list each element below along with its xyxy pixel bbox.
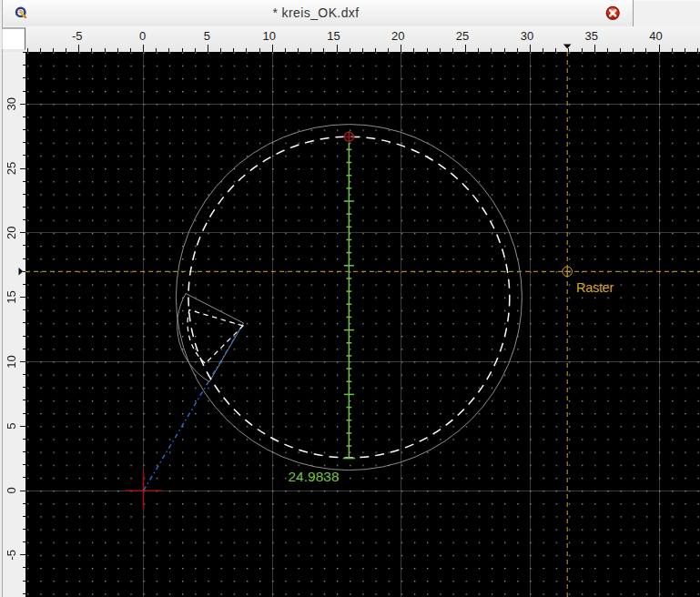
svg-text:15: 15 <box>327 29 340 43</box>
svg-text:5: 5 <box>204 29 210 43</box>
svg-text:Raster: Raster <box>576 280 614 295</box>
svg-text:25: 25 <box>456 29 469 43</box>
svg-text:24.9838: 24.9838 <box>289 469 340 484</box>
svg-text:0: 0 <box>139 29 146 43</box>
svg-text:40: 40 <box>649 29 662 43</box>
svg-text:-5: -5 <box>72 29 83 43</box>
svg-text:0: 0 <box>5 487 18 493</box>
svg-text:* kreis_OK.dxf: * kreis_OK.dxf <box>272 5 359 20</box>
svg-text:10: 10 <box>262 29 275 43</box>
svg-text:30: 30 <box>5 97 18 110</box>
svg-text:15: 15 <box>5 290 18 303</box>
svg-text:5: 5 <box>5 423 18 430</box>
svg-text:20: 20 <box>5 227 18 239</box>
svg-text:-5: -5 <box>5 550 18 561</box>
svg-text:35: 35 <box>584 29 597 43</box>
svg-text:30: 30 <box>521 29 533 43</box>
svg-text:20: 20 <box>391 29 404 43</box>
svg-text:25: 25 <box>5 162 18 175</box>
svg-text:10: 10 <box>5 355 18 368</box>
